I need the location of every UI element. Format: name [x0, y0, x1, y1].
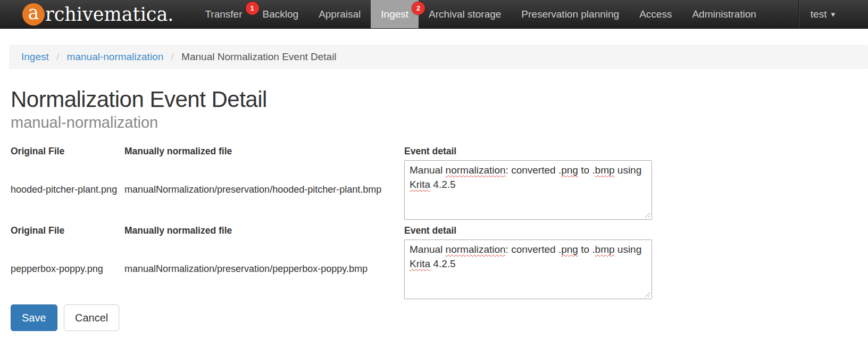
nav-item-preservation-planning[interactable]: Preservation planning	[511, 0, 629, 28]
form-actions: Save Cancel	[11, 304, 857, 352]
nav-item-label: Preservation planning	[521, 9, 619, 20]
nav-item-label: Archival storage	[429, 9, 501, 20]
nav-item-label: Access	[639, 9, 672, 20]
caret-down-icon: ▾	[831, 10, 835, 19]
nav-item-label: Backlog	[263, 9, 299, 20]
nav-item-label: Ingest	[381, 9, 408, 20]
main-content: Normalization Event Detail manual-normal…	[0, 87, 868, 352]
original-file-value: pepperbox-poppy.png	[11, 263, 124, 275]
top-navbar: archivematica. Transfer 1 Backlog Apprai…	[0, 0, 868, 29]
normalized-file-value: manualNormalization/preservation/pepperb…	[124, 263, 404, 275]
event-detail-textarea[interactable]: Manual normalization: converted .png to …	[404, 160, 652, 220]
event-detail-textarea[interactable]: Manual normalization: converted .png to …	[404, 240, 652, 299]
normalization-event-row: Original File Manually normalized file E…	[11, 146, 857, 220]
nav-item-label: Transfer	[205, 9, 242, 20]
nav-item-backlog[interactable]: Backlog	[253, 0, 309, 28]
nav-item-administration[interactable]: Administration	[682, 0, 766, 28]
breadcrumb-separator: /	[52, 51, 64, 62]
transfer-count-badge: 1	[246, 2, 259, 15]
nav-item-transfer[interactable]: Transfer 1	[195, 0, 252, 28]
nav-item-appraisal[interactable]: Appraisal	[308, 0, 371, 28]
save-button[interactable]: Save	[11, 304, 57, 331]
normalized-file-header: Manually normalized file	[124, 146, 404, 157]
original-file-header: Original File	[11, 146, 124, 157]
breadcrumb: Ingest / manual-normalization / Manual N…	[9, 45, 868, 69]
normalization-event-form: Original File Manually normalized file E…	[11, 146, 857, 352]
navbar-spacer	[766, 0, 798, 28]
event-detail-text: Manual normalization: converted .png to …	[410, 244, 641, 269]
cancel-button[interactable]: Cancel	[64, 304, 119, 331]
event-detail-text: Manual normalization: converted .png to …	[410, 164, 641, 190]
breadcrumb-link-manual-normalization[interactable]: manual-normalization	[67, 51, 164, 62]
event-detail-header: Event detail	[404, 146, 652, 157]
resize-handle-icon[interactable]	[644, 291, 650, 298]
nav-item-label: Administration	[692, 9, 756, 20]
breadcrumb-link-ingest[interactable]: Ingest	[21, 51, 49, 62]
resize-handle-icon[interactable]	[644, 212, 650, 218]
normalization-event-row: Original File Manually normalized file E…	[11, 225, 857, 299]
original-file-value: hooded-pitcher-plant.png	[11, 184, 124, 195]
page-title: Normalization Event Detail	[11, 87, 857, 112]
original-file-header: Original File	[11, 225, 124, 236]
nav-item-label: Appraisal	[319, 9, 361, 20]
normalized-file-value: manualNormalization/preservation/hooded-…	[124, 184, 404, 195]
event-detail-header: Event detail	[404, 225, 652, 236]
nav-item-archival-storage[interactable]: Archival storage	[419, 0, 511, 28]
normalized-file-header: Manually normalized file	[124, 225, 404, 236]
breadcrumb-current: Manual Normalization Event Detail	[181, 51, 336, 62]
ingest-count-badge: 2	[412, 2, 425, 15]
user-menu-label: test	[811, 9, 827, 20]
page-subtitle: manual-normalization	[11, 114, 857, 131]
logo-a-icon: a	[22, 3, 45, 26]
logo-text: rchivematica.	[45, 4, 173, 25]
nav-item-access[interactable]: Access	[629, 0, 682, 28]
nav-item-ingest[interactable]: Ingest 2	[371, 0, 419, 28]
archivematica-logo[interactable]: archivematica.	[22, 0, 173, 28]
breadcrumb-separator: /	[166, 51, 179, 62]
user-menu[interactable]: test ▾	[798, 0, 847, 28]
main-nav: Transfer 1 Backlog Appraisal Ingest 2 Ar…	[195, 0, 766, 28]
